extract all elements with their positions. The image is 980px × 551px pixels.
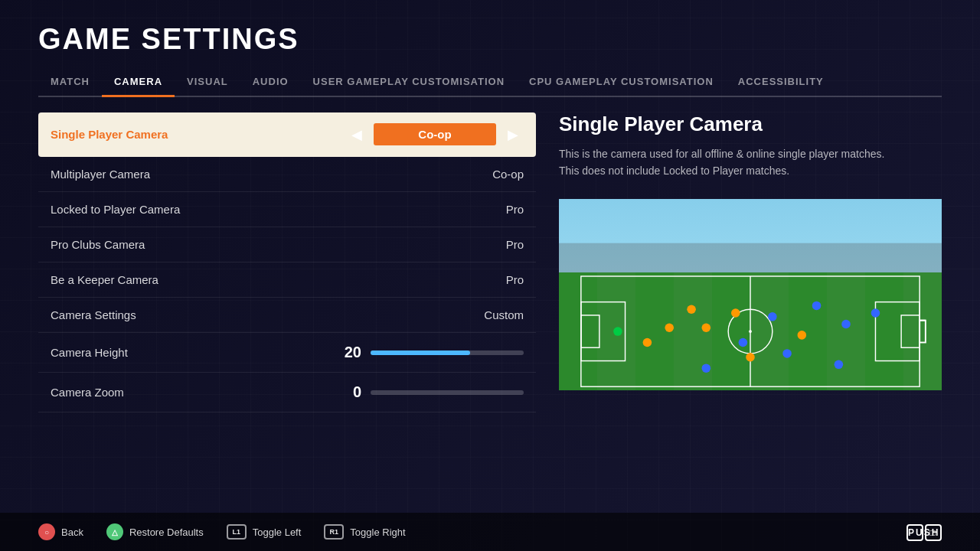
setting-label-locked-to-player-camera: Locked to Player Camera [51, 203, 180, 216]
setting-value-display-single-player-camera: Co-op [374, 123, 496, 145]
tabs-nav: MATCH CAMERA VISUAL AUDIO USER GAMEPLAY … [38, 70, 942, 97]
next-value-btn[interactable]: ▶ [502, 124, 524, 145]
setting-camera-settings[interactable]: Camera Settings Custom [38, 298, 536, 333]
slider-camera-height-value: 20 [338, 344, 361, 361]
svg-point-36 [798, 331, 807, 340]
svg-point-30 [702, 364, 711, 373]
setting-value-be-a-keeper-camera: Pro [506, 273, 524, 286]
svg-rect-7 [712, 272, 750, 390]
slider-camera-zoom-value: 0 [338, 383, 361, 401]
setting-control-single-player-camera: ◀ Co-op ▶ [346, 123, 524, 145]
field-svg [559, 195, 942, 394]
svg-point-31 [687, 305, 696, 314]
setting-label-camera-height: Camera Height [51, 346, 128, 359]
detail-title: Single Player Camera [559, 112, 942, 136]
prev-value-btn[interactable]: ◀ [346, 124, 368, 145]
svg-point-25 [841, 319, 851, 328]
svg-point-35 [746, 353, 755, 362]
slider-camera-zoom-track[interactable] [371, 390, 524, 395]
setting-label-camera-zoom: Camera Zoom [51, 386, 124, 399]
detail-description: This is the camera used for all offline … [559, 145, 942, 180]
svg-rect-8 [750, 272, 789, 390]
field-preview [559, 195, 942, 394]
slider-camera-zoom-container: 0 [338, 383, 524, 401]
setting-value-multiplayer-camera: Co-op [492, 168, 524, 181]
svg-point-29 [835, 360, 844, 369]
page-title: GAME SETTINGS [38, 23, 942, 56]
setting-camera-height[interactable]: Camera Height 20 [38, 333, 536, 373]
tab-cpu-gameplay[interactable]: CPU GAMEPLAY CUSTOMISATION [517, 70, 726, 97]
svg-rect-3 [559, 272, 597, 390]
tab-user-gameplay[interactable]: USER GAMEPLAY CUSTOMISATION [301, 70, 517, 97]
tab-visual[interactable]: VISUAL [175, 70, 240, 97]
svg-point-28 [782, 349, 792, 358]
setting-camera-zoom[interactable]: Camera Zoom 0 [38, 373, 536, 412]
slider-camera-height-container: 20 [338, 344, 524, 361]
left-panel: Single Player Camera ◀ Co-op ▶ Multiplay… [38, 112, 536, 518]
svg-rect-9 [789, 272, 827, 390]
svg-point-27 [739, 338, 748, 347]
setting-be-a-keeper-camera[interactable]: Be a Keeper Camera Pro [38, 262, 536, 298]
svg-point-38 [613, 327, 622, 336]
setting-label-pro-clubs-camera: Pro Clubs Camera [51, 238, 145, 251]
slider-camera-height-fill [371, 350, 470, 355]
right-panel: Single Player Camera This is the camera … [559, 112, 942, 518]
svg-point-33 [665, 323, 674, 332]
svg-point-34 [702, 323, 711, 332]
setting-multiplayer-camera[interactable]: Multiplayer Camera Co-op [38, 157, 536, 192]
tab-audio[interactable]: AUDIO [240, 70, 301, 97]
setting-single-player-camera[interactable]: Single Player Camera ◀ Co-op ▶ [38, 112, 536, 157]
svg-point-26 [871, 308, 880, 318]
svg-point-24 [768, 312, 777, 321]
svg-rect-11 [865, 272, 903, 390]
setting-value-locked-to-player-camera: Pro [506, 203, 524, 216]
setting-label-camera-settings: Camera Settings [51, 308, 136, 321]
main-layout: Single Player Camera ◀ Co-op ▶ Multiplay… [38, 112, 942, 518]
svg-rect-12 [903, 272, 942, 390]
tab-match[interactable]: MATCH [38, 70, 102, 97]
setting-value-pro-clubs-camera: Pro [506, 238, 524, 251]
svg-point-37 [643, 338, 652, 347]
svg-point-32 [731, 308, 740, 318]
svg-point-23 [812, 301, 822, 310]
setting-label-multiplayer-camera: Multiplayer Camera [51, 168, 150, 181]
slider-camera-height-track[interactable] [371, 350, 524, 355]
setting-pro-clubs-camera[interactable]: Pro Clubs Camera Pro [38, 227, 536, 262]
setting-label-be-a-keeper-camera: Be a Keeper Camera [51, 273, 158, 286]
svg-point-16 [749, 330, 752, 333]
settings-list: Single Player Camera ◀ Co-op ▶ Multiplay… [38, 112, 536, 412]
setting-locked-to-player-camera[interactable]: Locked to Player Camera Pro [38, 192, 536, 227]
tab-camera[interactable]: CAMERA [102, 70, 175, 97]
svg-rect-10 [827, 272, 865, 390]
setting-label-single-player-camera: Single Player Camera [51, 128, 168, 141]
setting-value-camera-settings: Custom [484, 308, 524, 321]
tab-accessibility[interactable]: ACCESSIBILITY [726, 70, 836, 97]
